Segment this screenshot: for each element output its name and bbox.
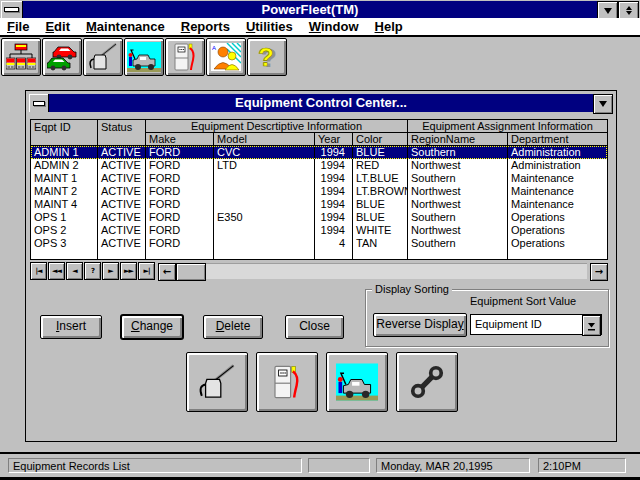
table-filler-cell xyxy=(214,250,315,260)
first-record-button[interactable]: |◄ xyxy=(30,262,47,280)
tow-truck-toolbar-button[interactable] xyxy=(124,38,164,76)
change-button[interactable]: Change xyxy=(121,315,183,339)
query-button[interactable]: ? xyxy=(84,262,101,280)
link-button[interactable] xyxy=(396,352,458,412)
restore-down-icon xyxy=(626,11,632,15)
table-filler-row xyxy=(31,250,607,260)
table-row[interactable]: OPS 3ACTIVEFORD4TANSouthernOperations xyxy=(31,237,607,250)
equipment-control-center-window: Equipment Control Center... Eqpt ID Stat… xyxy=(25,90,617,442)
prior-record-button[interactable]: ◄ xyxy=(66,262,83,280)
column-header-year[interactable]: Year xyxy=(315,133,353,146)
combobox-dropdown-button[interactable] xyxy=(582,315,601,336)
table-cell: ACTIVE xyxy=(98,185,146,198)
table-cell: E350 xyxy=(214,211,315,224)
record-navigator: |◄◄◄◄?►►►►| ← → xyxy=(30,262,608,279)
table-cell xyxy=(214,185,315,198)
personnel-toolbar-button[interactable]: A xyxy=(206,38,246,76)
help-toolbar-button[interactable]: ? ? xyxy=(247,38,287,76)
minimize-icon xyxy=(604,8,612,14)
table-cell: 4 xyxy=(315,237,353,250)
reverse-display-button[interactable]: Reverse Display xyxy=(373,313,467,337)
app-title: PowerFleet(TM) xyxy=(23,1,597,18)
column-header-make[interactable]: Make xyxy=(146,133,214,146)
menu-window[interactable]: Window xyxy=(309,19,359,34)
statusbar: Equipment Records List Monday, MAR 20,19… xyxy=(0,454,640,477)
table-cell: 1994 xyxy=(315,185,353,198)
org-chart-toolbar-button[interactable] xyxy=(1,38,41,76)
column-header-color[interactable]: Color xyxy=(353,133,408,146)
table-row[interactable]: MAINT 2ACTIVEFORD1994LT.BROWNNorthwestMa… xyxy=(31,185,607,198)
fuel-pump-toolbar-button[interactable] xyxy=(165,38,205,76)
column-header-regionname[interactable]: RegionName xyxy=(408,133,508,146)
table-header: Eqpt ID Status Equipment Descrtiptive In… xyxy=(31,120,607,146)
column-header-department[interactable]: Department xyxy=(508,133,607,146)
table-row[interactable]: ADMIN 2ACTIVEFORDLTD1994REDNorthwestAdmi… xyxy=(31,159,607,172)
table-cell: FORD xyxy=(146,185,214,198)
equipment-sort-combobox[interactable]: Equipment ID xyxy=(470,314,602,335)
table-cell: MAINT 4 xyxy=(31,198,98,211)
window-control-menu-button[interactable] xyxy=(29,94,49,112)
scroll-left-button[interactable]: ← xyxy=(158,263,176,281)
column-header-eqpt-id[interactable]: Eqpt ID xyxy=(31,120,98,145)
table-cell: MAINT 1 xyxy=(31,172,98,185)
menu-utilities[interactable]: Utilities xyxy=(246,19,293,34)
fuel-button[interactable] xyxy=(256,352,318,412)
page-forward-button[interactable]: ►► xyxy=(120,262,137,280)
equipment-table-body: ADMIN 1ACTIVEFORDCVC1994BLUESouthernAdmi… xyxy=(31,146,607,260)
horizontal-scrollbar: ← → xyxy=(158,263,608,279)
table-cell: ACTIVE xyxy=(98,224,146,237)
table-cell: CVC xyxy=(214,146,315,159)
table-row[interactable]: ADMIN 1ACTIVEFORDCVC1994BLUESouthernAdmi… xyxy=(31,146,607,159)
status-empty-panel xyxy=(308,458,370,473)
combobox-value: Equipment ID xyxy=(471,315,582,334)
equipment-table: Eqpt ID Status Equipment Descrtiptive In… xyxy=(30,119,608,260)
table-cell: BLUE xyxy=(353,198,408,211)
table-row[interactable]: OPS 2ACTIVEFORD1994WHITENorthwestOperati… xyxy=(31,224,607,237)
table-filler-cell xyxy=(31,250,98,260)
table-cell: TAN xyxy=(353,237,408,250)
scrollbar-track[interactable] xyxy=(206,263,587,279)
table-cell: FORD xyxy=(146,159,214,172)
display-sorting-label: Display Sorting xyxy=(372,283,452,296)
app-control-menu-button[interactable] xyxy=(1,1,23,18)
table-row[interactable]: MAINT 4ACTIVEFORD1994BLUENorthwestMainte… xyxy=(31,198,607,211)
close-button[interactable]: Close xyxy=(285,315,344,339)
oil-maintenance-button[interactable] xyxy=(186,352,248,412)
table-cell: WHITE xyxy=(353,224,408,237)
table-cell: FORD xyxy=(146,237,214,250)
menu-maintenance[interactable]: Maintenance xyxy=(86,19,165,34)
table-row[interactable]: OPS 1ACTIVEFORDE3501994BLUESouthernOpera… xyxy=(31,211,607,224)
delete-button[interactable]: Delete xyxy=(203,315,263,339)
svg-text:?: ? xyxy=(258,43,274,71)
table-cell: RED xyxy=(353,159,408,172)
table-cell: ADMIN 1 xyxy=(31,146,98,159)
column-header-status[interactable]: Status xyxy=(98,120,146,145)
next-record-button[interactable]: ► xyxy=(102,262,119,280)
group-header-assignment: Equipment Assignment Information xyxy=(408,120,607,133)
last-record-button[interactable]: ►| xyxy=(138,262,155,280)
table-filler-cell xyxy=(508,250,607,260)
table-cell: ACTIVE xyxy=(98,159,146,172)
scroll-right-button[interactable]: → xyxy=(590,263,608,281)
control-menu-icon xyxy=(4,7,19,12)
menu-help[interactable]: Help xyxy=(375,19,403,34)
status-message: Equipment Records List xyxy=(8,458,302,473)
table-cell: Operations xyxy=(508,224,607,237)
table-cell: Northwest xyxy=(408,159,508,172)
page-back-button[interactable]: ◄◄ xyxy=(48,262,65,280)
table-cell: Maintenance xyxy=(508,172,607,185)
window-minimize-button[interactable] xyxy=(593,94,613,114)
oil-can-toolbar-button[interactable] xyxy=(83,38,123,76)
menu-file[interactable]: File xyxy=(7,19,29,34)
vehicles-toolbar-button[interactable] xyxy=(42,38,82,76)
insert-button[interactable]: Insert xyxy=(40,315,102,339)
menu-reports[interactable]: Reports xyxy=(181,19,230,34)
column-header-model[interactable]: Model xyxy=(214,133,315,146)
scrollbar-thumb[interactable] xyxy=(176,263,206,281)
dropdown-arrow-icon xyxy=(587,321,596,331)
table-row[interactable]: MAINT 1ACTIVEFORD1994LT.BLUESouthernMain… xyxy=(31,172,607,185)
service-button[interactable] xyxy=(326,352,388,412)
window-control-menu-icon xyxy=(33,101,45,106)
powerfleet-app: PowerFleet(TM) FileEditMaintenanceReport… xyxy=(0,0,640,480)
menu-edit[interactable]: Edit xyxy=(45,19,70,34)
